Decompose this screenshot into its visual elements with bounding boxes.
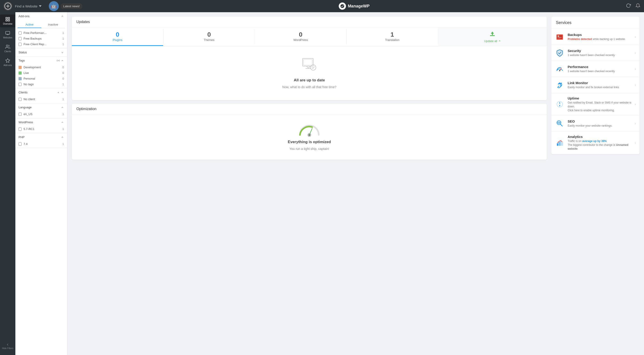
- service-item-link-monitor[interactable]: Link Monitor Easily monitor and fix brok…: [551, 77, 640, 93]
- find-website-button[interactable]: Find a Website: [15, 4, 42, 8]
- tab-plugins[interactable]: 0 Plugins: [72, 27, 163, 46]
- addons-header-icons: [61, 15, 64, 18]
- up-to-date-subtitle: Now, what to do with all that free time?: [282, 85, 336, 89]
- tag-item-live[interactable]: Live 0: [15, 70, 67, 76]
- tab-translation[interactable]: 1 Translation: [347, 27, 438, 46]
- sidebar-item-clients-label: Clients: [4, 50, 11, 53]
- notifications-button[interactable]: [636, 3, 640, 9]
- addon-item-performance[interactable]: Free Performan... 1: [15, 30, 67, 36]
- addon-label-client-report: Free Client Rep...: [24, 43, 46, 46]
- logo-text: ManageWP: [348, 4, 370, 9]
- svg-point-11: [6, 45, 8, 47]
- inactive-tab[interactable]: Inactive: [41, 22, 65, 28]
- wordpress-checkbox-rc1[interactable]: [18, 128, 22, 131]
- services-panel: Services Backups: [551, 17, 640, 350]
- link-monitor-desc: Easily monitor and fix broken external l…: [568, 86, 632, 89]
- addons-filter-title: Add-ons: [18, 15, 30, 18]
- language-header-icon: [61, 106, 64, 109]
- seo-info: SEO Easily monitor your website rankings…: [568, 119, 632, 128]
- tab-themes-count: 0: [208, 31, 211, 38]
- refresh-button[interactable]: [626, 3, 631, 9]
- php-item-74[interactable]: 7.4 1: [15, 141, 67, 148]
- hide-filters-button[interactable]: Hide Filters: [0, 341, 15, 351]
- language-item-en-us[interactable]: en_US 1: [15, 111, 67, 118]
- analytics-info: Analytics Traffic is on average up by 39…: [568, 135, 632, 151]
- performance-icon: [555, 64, 564, 74]
- tag-count-development: 0: [62, 66, 64, 69]
- find-website-label: Find a Website: [15, 4, 38, 8]
- client-item-no-client[interactable]: No client 1: [15, 96, 67, 103]
- security-icon: [555, 48, 564, 58]
- language-filter-header[interactable]: Language: [15, 103, 67, 111]
- addon-checkbox-client-report[interactable]: [18, 43, 22, 46]
- latest-news-badge[interactable]: Latest news!: [60, 4, 82, 9]
- tag-label-personal: Personal: [24, 77, 35, 80]
- hide-filters-label: Hide Filters: [2, 347, 14, 349]
- service-item-backups[interactable]: Backups Problems detected while backing …: [551, 29, 640, 45]
- link-monitor-icon: [555, 80, 564, 90]
- addon-item-client-report[interactable]: Free Client Rep... 1: [15, 41, 67, 48]
- language-filter-section: Language en_US 1: [15, 103, 67, 118]
- tag-count-no-tags: 1: [62, 83, 64, 86]
- sidebar-item-websites-label: Websites: [3, 37, 12, 39]
- svg-rect-8: [6, 32, 10, 34]
- sidebar-item-clients[interactable]: Clients: [0, 42, 15, 55]
- svg-rect-28: [558, 36, 559, 37]
- sidebar-item-addons[interactable]: Add-ons: [0, 56, 15, 69]
- wordpress-item-rc1[interactable]: 5.7-RC1 1: [15, 126, 67, 133]
- php-checkbox-74[interactable]: [18, 142, 22, 146]
- optimization-header: Optimization: [72, 104, 547, 114]
- service-item-analytics[interactable]: Analytics Traffic is on average up by 39…: [551, 132, 640, 154]
- php-header-icon: [61, 136, 64, 139]
- tab-wordpress[interactable]: 0 WordPress: [255, 27, 346, 46]
- client-checkbox-no-client[interactable]: [18, 98, 22, 101]
- svg-line-37: [560, 124, 562, 126]
- service-item-seo[interactable]: SEO Easily monitor your website rankings…: [551, 116, 640, 132]
- clients-filter-header[interactable]: Clients: [15, 88, 67, 96]
- sidebar-item-websites[interactable]: Websites: [0, 28, 15, 41]
- svg-marker-12: [6, 59, 10, 62]
- tag-dot-personal: [18, 77, 22, 80]
- performance-title: Performance: [568, 65, 632, 69]
- tag-item-no-tags[interactable]: No tags 1: [15, 81, 67, 88]
- active-tab[interactable]: Active: [18, 22, 41, 28]
- backups-info: Backups Problems detected while backing …: [568, 33, 632, 41]
- service-item-performance[interactable]: Performance 1 website hasn't been checke…: [551, 61, 640, 77]
- sidebar-item-overview[interactable]: Overview: [0, 15, 15, 27]
- php-filter-title: PHP: [18, 135, 25, 139]
- service-item-uptime[interactable]: Uptime Get notified by Email, Slack or S…: [551, 93, 640, 116]
- client-count-no-client: 1: [62, 98, 64, 101]
- tag-item-development[interactable]: Development 0: [15, 65, 67, 70]
- link-monitor-chevron-icon: ›: [635, 83, 636, 87]
- tab-themes[interactable]: 0 Themes: [163, 27, 255, 46]
- svg-rect-7: [6, 20, 7, 21]
- php-label-74: 7.4: [24, 142, 28, 146]
- language-checkbox-en-us[interactable]: [18, 113, 22, 116]
- update-all-label: Update all: [484, 39, 501, 43]
- service-item-security[interactable]: Security 1 website hasn't been checked r…: [551, 45, 640, 61]
- security-info: Security 1 website hasn't been checked r…: [568, 49, 632, 57]
- addon-checkbox-backups[interactable]: [18, 37, 22, 40]
- language-label-en-us: en_US: [24, 112, 32, 116]
- php-filter-header[interactable]: PHP: [15, 133, 67, 141]
- addons-filter-header[interactable]: Add-ons: [15, 12, 67, 20]
- tab-translation-label: Translation: [385, 38, 400, 42]
- tag-item-personal[interactable]: Personal 0: [15, 76, 67, 81]
- wordpress-count-rc1: 1: [62, 128, 64, 131]
- update-all-button[interactable]: Update all: [438, 27, 547, 46]
- backups-title: Backups: [568, 33, 632, 37]
- tag-checkbox-no-tags[interactable]: [18, 83, 22, 86]
- language-count-en-us: 1: [62, 113, 64, 116]
- addon-item-backups[interactable]: Free Backups 1: [15, 36, 67, 41]
- optimization-body-subtitle: You run a tight ship, captain!: [290, 147, 329, 151]
- wordpress-filter-header[interactable]: WordPress: [15, 118, 67, 126]
- add-button[interactable]: [4, 2, 12, 11]
- addon-checkbox-performance[interactable]: [18, 32, 22, 35]
- analytics-icon: [555, 138, 564, 148]
- svg-rect-30: [558, 38, 560, 39]
- tags-filter-header[interactable]: Tags: [15, 57, 67, 65]
- center-panel: Updates 0 Plugins 0 Themes 0: [72, 17, 547, 350]
- addon-count-client-report: 1: [62, 43, 64, 46]
- seo-icon: [555, 119, 564, 128]
- status-filter-header[interactable]: Status: [15, 48, 67, 56]
